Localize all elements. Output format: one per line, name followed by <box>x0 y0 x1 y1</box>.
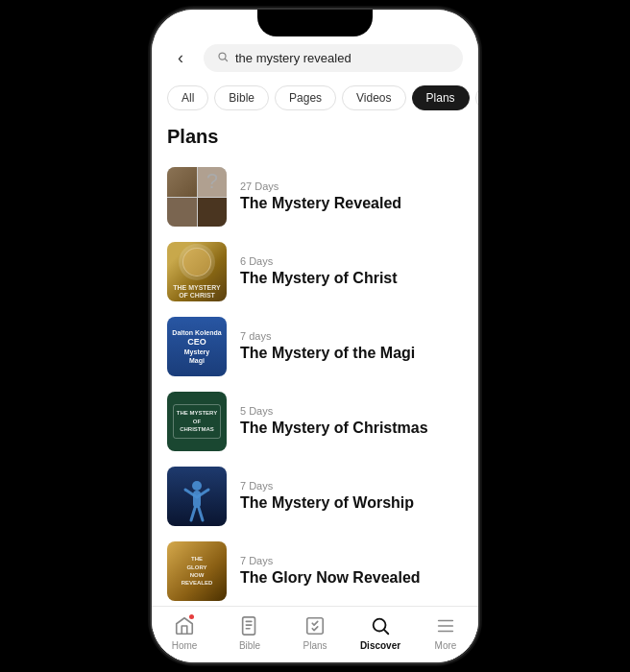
collage-cell-4 <box>198 198 228 228</box>
svg-rect-9 <box>307 618 324 635</box>
collage-cell-1 <box>167 167 197 197</box>
plan-name-mystery-christ: The Mystery of Christ <box>240 269 463 289</box>
filter-videos[interactable]: Videos <box>342 85 405 110</box>
filter-all[interactable]: All <box>167 85 208 110</box>
plan-thumb-mystery-christ: THE MYSTERYOF CHRIST <box>167 242 227 301</box>
plan-thumb-glory-revealed: THEGLORYNOWREVEALED <box>167 541 227 601</box>
nav-home[interactable]: Home <box>152 614 217 651</box>
nav-bible[interactable]: Bible <box>217 614 282 651</box>
back-icon: ‹ <box>178 48 183 68</box>
plan-item-glory-revealed[interactable]: THEGLORYNOWREVEALED 7 Days The Glory Now… <box>152 534 478 606</box>
plan-days-mystery-revealed: 27 Days <box>240 180 463 192</box>
plan-name-mystery-magi: The Mystery of the Magi <box>240 344 463 364</box>
filter-pages[interactable]: Pages <box>275 85 336 110</box>
bible-icon <box>238 614 261 637</box>
more-icon <box>434 614 457 637</box>
plan-thumb-mystery-worship <box>167 467 227 526</box>
plan-days-mystery-worship: 7 Days <box>240 480 463 492</box>
nav-plans[interactable]: Plans <box>282 614 348 651</box>
nav-more[interactable]: More <box>413 614 478 651</box>
filter-bible[interactable]: Bible <box>214 85 269 110</box>
svg-line-7 <box>199 508 203 520</box>
plan-name-mystery-christmas: The Mystery of Christmas <box>240 419 463 439</box>
content-area: Plans ? 27 Days The Mystery Revealed <box>152 116 478 606</box>
notch <box>257 10 373 36</box>
plan-days-mystery-magi: 7 days <box>240 330 463 342</box>
plan-days-mystery-christmas: 5 Days <box>240 405 463 417</box>
svg-line-1 <box>225 59 227 60</box>
plan-item-mystery-christmas[interactable]: THE MYSTERYOFCHRISTMAS 5 Days The Myster… <box>152 384 478 459</box>
plan-info-mystery-christmas: 5 Days The Mystery of Christmas <box>240 405 463 439</box>
svg-rect-8 <box>243 617 255 635</box>
filter-church[interactable]: Churc <box>475 85 478 110</box>
plan-info-glory-revealed: 7 Days The Glory Now Revealed <box>240 555 463 588</box>
svg-point-2 <box>192 481 202 491</box>
search-query: the mystery revealed <box>235 51 351 65</box>
svg-line-6 <box>191 508 195 520</box>
section-title: Plans <box>152 126 478 159</box>
svg-line-11 <box>384 630 388 634</box>
search-bar[interactable]: the mystery revealed <box>204 44 463 72</box>
bottom-nav: Home Bible <box>152 606 478 662</box>
plan-name-mystery-worship: The Mystery of Worship <box>240 493 463 514</box>
home-icon <box>173 614 196 637</box>
plan-item-mystery-worship[interactable]: 7 Days The Mystery of Worship <box>152 459 478 534</box>
plan-days-glory-revealed: 7 Days <box>240 555 463 566</box>
nav-home-label: Home <box>172 640 198 651</box>
filter-plans[interactable]: Plans <box>412 85 470 110</box>
collage-cell-3 <box>167 198 197 228</box>
collage-cell-2: ? <box>198 167 228 197</box>
search-icon <box>217 51 229 65</box>
plan-info-mystery-worship: 7 Days The Mystery of Worship <box>240 480 463 514</box>
plan-item-mystery-magi[interactable]: Dalton KolendaCEOMysteryMagi 7 days The … <box>152 309 478 384</box>
discover-icon <box>369 614 392 637</box>
plan-thumb-mystery-christmas: THE MYSTERYOFCHRISTMAS <box>167 392 227 451</box>
nav-discover[interactable]: Discover <box>348 614 413 651</box>
phone-frame: ‹ the mystery revealed All Bible Pages V… <box>152 10 478 662</box>
plan-days-mystery-christ: 6 Days <box>240 255 463 267</box>
plan-item-mystery-christ[interactable]: THE MYSTERYOF CHRIST 6 Days The Mystery … <box>152 234 478 309</box>
svg-rect-3 <box>193 491 201 508</box>
plan-name-mystery-revealed: The Mystery Revealed <box>240 194 463 214</box>
filter-tabs: All Bible Pages Videos Plans Churc <box>152 80 478 116</box>
plan-info-mystery-magi: 7 days The Mystery of the Magi <box>240 330 463 364</box>
plan-info-mystery-christ: 6 Days The Mystery of Christ <box>240 255 463 289</box>
plan-info-mystery-revealed: 27 Days The Mystery Revealed <box>240 180 463 214</box>
back-button[interactable]: ‹ <box>167 45 194 72</box>
plan-thumb-mystery-revealed: ? <box>167 167 227 227</box>
plans-icon <box>303 614 327 637</box>
nav-discover-label: Discover <box>360 640 400 651</box>
nav-plans-label: Plans <box>303 640 327 651</box>
nav-more-label: More <box>435 640 457 651</box>
plan-item-mystery-revealed[interactable]: ? 27 Days The Mystery Revealed <box>152 159 478 234</box>
plan-name-glory-revealed: The Glory Now Revealed <box>240 568 463 588</box>
nav-bible-label: Bible <box>239 640 260 651</box>
plan-thumb-mystery-magi: Dalton KolendaCEOMysteryMagi <box>167 317 227 376</box>
home-notification-dot <box>189 614 194 619</box>
screen: ‹ the mystery revealed All Bible Pages V… <box>152 10 478 662</box>
